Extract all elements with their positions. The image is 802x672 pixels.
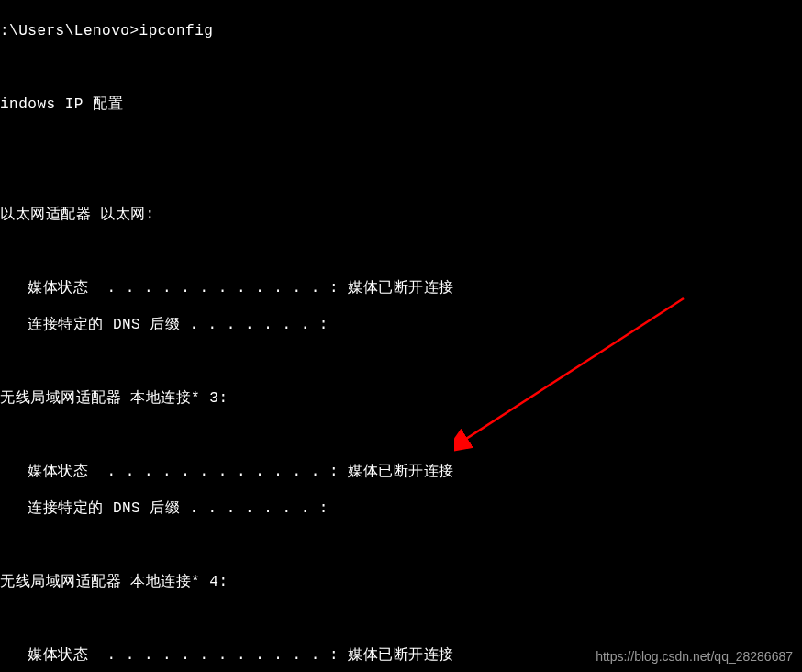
blank-line <box>0 242 802 261</box>
blank-line <box>0 59 802 77</box>
watermark-text: https://blog.csdn.net/qq_28286687 <box>596 649 793 666</box>
ipconfig-header: indows IP 配置 <box>0 95 802 114</box>
blank-line <box>0 169 802 187</box>
blank-line <box>0 132 802 151</box>
dns-suffix-line: 连接特定的 DNS 后缀 . . . . . . . : <box>0 316 802 334</box>
dns-suffix-line: 连接特定的 DNS 后缀 . . . . . . . : <box>0 499 802 518</box>
blank-line <box>0 610 802 628</box>
adapter-wlan4-title: 无线局域网适配器 本地连接* 4: <box>0 573 802 591</box>
command-prompt-line: :\Users\Lenovo>ipconfig <box>0 22 802 40</box>
blank-line <box>0 426 802 444</box>
adapter-ethernet-title: 以太网适配器 以太网: <box>0 206 802 224</box>
adapter-wlan3-title: 无线局域网适配器 本地连接* 3: <box>0 389 802 408</box>
media-state-line: 媒体状态 . . . . . . . . . . . . : 媒体已断开连接 <box>0 279 802 297</box>
terminal-output[interactable]: :\Users\Lenovo>ipconfig indows IP 配置 以太网… <box>0 4 802 672</box>
blank-line <box>0 353 802 371</box>
blank-line <box>0 536 802 554</box>
media-state-line: 媒体状态 . . . . . . . . . . . . : 媒体已断开连接 <box>0 463 802 481</box>
